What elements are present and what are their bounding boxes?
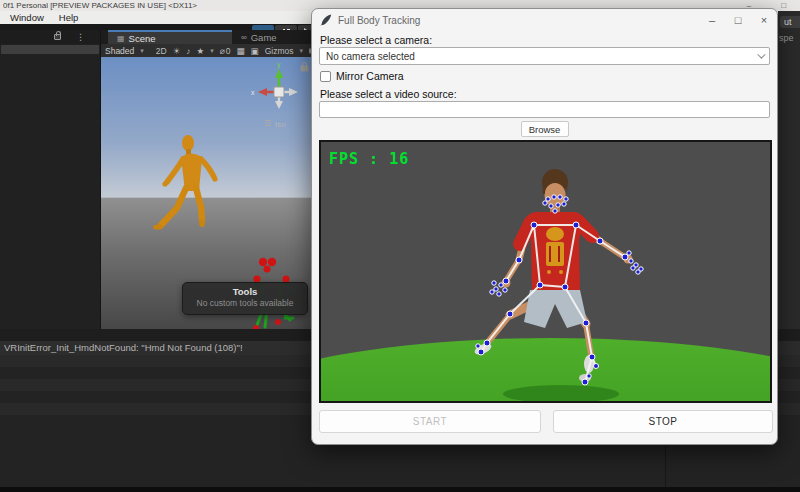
game-tab-label: Game xyxy=(251,32,277,43)
layout-button-fragment[interactable]: ut xyxy=(780,16,800,28)
stop-button[interactable]: STOP xyxy=(553,410,773,433)
tab-game[interactable]: ∞ Game xyxy=(232,30,286,44)
camera-label: Please select a camera: xyxy=(320,34,432,46)
menu-window[interactable]: Window xyxy=(10,12,44,23)
mirror-camera-checkbox[interactable] xyxy=(320,71,331,82)
scene-view-toolbar: Shaded ▾ 2D ☀ ♪ ★ ▾ ⌀ 0 ▦ ▣ Gizmos ▾ A xyxy=(101,44,320,57)
game-tab-icon: ∞ xyxy=(241,33,247,42)
tracking-window: Full Body Tracking – □ × Please select a… xyxy=(311,8,778,445)
bottom-bar xyxy=(0,487,800,492)
tools-overlay: Tools No custom tools available xyxy=(182,282,308,315)
tracking-window-title: Full Body Tracking xyxy=(338,15,420,26)
close-icon[interactable]: × xyxy=(751,9,777,31)
camera-icon[interactable]: ▣ xyxy=(251,46,259,56)
tools-overlay-message: No custom tools available xyxy=(183,298,307,308)
tab-scene[interactable]: ▦ Scene xyxy=(108,30,232,44)
hidden-objects-icon[interactable]: ⌀ xyxy=(220,46,225,56)
shading-dropdown-arrow[interactable]: ▾ xyxy=(140,47,144,55)
grid-icon[interactable]: ▦ xyxy=(237,46,245,56)
inspector-tab-fragment[interactable]: spe xyxy=(779,33,794,43)
orientation-gizmo: y x xyxy=(251,61,298,109)
start-button[interactable]: START xyxy=(319,410,541,433)
gizmo-x-label: x xyxy=(251,89,255,96)
hidden-objects-count: 0 xyxy=(226,46,231,56)
toggle-2d[interactable]: 2D xyxy=(156,46,167,56)
console-error-message: VRInitError_Init_HmdNotFound: "Hmd Not F… xyxy=(4,342,243,353)
maximize-icon[interactable]: □ xyxy=(725,9,751,31)
app-feather-icon xyxy=(320,14,332,26)
panel-divider[interactable] xyxy=(665,446,666,487)
scene-tab-icon: ▦ xyxy=(117,34,125,43)
scene-panel: ▦ Scene ∞ Game ⋮ Shaded ▾ 2D ☀ ♪ ★ ▾ ⌀ 0… xyxy=(101,30,320,329)
video-source-label: Please select a video source: xyxy=(320,88,457,100)
gizmo-y-label: y xyxy=(277,61,281,69)
mirror-camera-row[interactable]: Mirror Camera xyxy=(320,70,404,82)
camera-dropdown[interactable]: No camera selected xyxy=(319,47,770,65)
effects-dropdown-arrow[interactable]: ▾ xyxy=(210,47,214,55)
menu-help[interactable]: Help xyxy=(59,12,79,23)
screen: 0f1 Personal [PREVIEW PACKAGES IN USE] <… xyxy=(0,0,800,492)
minimize-icon[interactable]: – xyxy=(699,9,725,31)
gizmos-dropdown-arrow[interactable]: ▾ xyxy=(299,47,303,55)
scene-lock-icon xyxy=(301,63,308,72)
scene-viewport[interactable]: y x Iso xyxy=(101,57,320,329)
effects-icon[interactable]: ★ xyxy=(197,46,205,56)
lighting-icon[interactable]: ☀ xyxy=(173,46,181,56)
panel-menu-icon[interactable]: ⋮ xyxy=(76,32,85,42)
scene-tabbar: ▦ Scene ∞ Game ⋮ xyxy=(101,30,320,44)
hierarchy-toolbar[interactable] xyxy=(1,45,99,54)
unity-maximize-icon[interactable]: □ xyxy=(781,0,786,11)
gizmos-dropdown[interactable]: Gizmos xyxy=(265,46,294,56)
avatar-shadow xyxy=(503,385,619,403)
golden-avatar xyxy=(153,135,218,230)
audio-icon[interactable]: ♪ xyxy=(186,46,190,56)
tools-overlay-title: Tools xyxy=(183,286,307,297)
tracking-window-titlebar[interactable]: Full Body Tracking – □ × xyxy=(312,9,777,31)
video-feed: FPS : 16 xyxy=(319,140,772,403)
fps-counter: FPS : 16 xyxy=(329,150,409,168)
lock-icon[interactable] xyxy=(54,34,61,40)
chevron-down-icon xyxy=(757,50,765,58)
video-source-input[interactable] xyxy=(319,101,770,118)
shading-dropdown[interactable]: Shaded xyxy=(105,46,134,56)
camera-dropdown-value: No camera selected xyxy=(326,51,415,62)
browse-button[interactable]: Browse xyxy=(521,121,569,137)
scene-tab-label: Scene xyxy=(129,33,156,44)
hierarchy-panel-header: ⋮ xyxy=(0,30,100,44)
hierarchy-panel: ⋮ xyxy=(0,30,101,329)
mirror-camera-label: Mirror Camera xyxy=(336,70,404,82)
tracked-avatar xyxy=(321,142,772,403)
unity-window-title: 0f1 Personal [PREVIEW PACKAGES IN USE] <… xyxy=(3,0,197,11)
svg-text:Iso: Iso xyxy=(275,120,286,129)
iso-projection-label: Iso xyxy=(265,120,286,129)
